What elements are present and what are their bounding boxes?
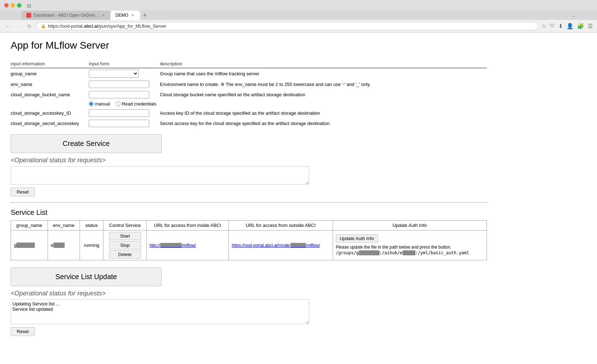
create-service-button[interactable]: Create Service — [11, 134, 162, 153]
minimize-button[interactable] — [11, 3, 15, 7]
tab-demo[interactable]: DEMO ✕ — [111, 11, 140, 20]
radio-manual-label[interactable]: manual — [89, 101, 110, 107]
create-status-textarea[interactable] — [11, 166, 309, 185]
forward-button[interactable]: → — [15, 22, 23, 30]
input-form-table: input information input form description… — [11, 60, 487, 129]
refresh-button[interactable]: ↻ — [26, 22, 33, 30]
address-bar: ← → ↻ 🔒 https://ood-portal.abci.ai/pun/s… — [0, 20, 597, 32]
traffic-lights — [4, 3, 21, 7]
input-bucket-name-cell — [89, 89, 160, 100]
star-icon[interactable]: ☆ — [541, 23, 546, 29]
auth-info-description: Please update the file in the path below… — [336, 245, 484, 250]
row-group-name: group_name Group name that uses the mlfl… — [11, 68, 487, 80]
update-reset-button[interactable]: Reset — [11, 327, 35, 336]
download-icon[interactable]: ⬇ — [558, 23, 563, 29]
svc-group-name-cell: gxxxxxxxx — [11, 230, 48, 260]
input-access-key-id-cell — [89, 108, 160, 118]
desc-secret-key: Secret access key for the cloud storage … — [160, 118, 487, 129]
label-bucket-name: cloud_storage_bucket_name — [11, 89, 89, 100]
table-row: gxxxxxxxx exxxxx running Start Stop — [11, 230, 487, 260]
page-content: App for MLflow Server input information … — [0, 33, 498, 354]
svc-control-buttons: Start Stop Delete — [106, 232, 143, 259]
update-auth-info-button[interactable]: Update Auth Info — [336, 234, 378, 243]
delete-button[interactable]: Delete — [109, 250, 141, 259]
row-bucket-name: cloud_storage_bucket_name Cloud storage … — [11, 89, 487, 100]
label-access-key-id: cloud_storage_accesskey_ID — [11, 108, 89, 118]
auth-info-path: /groups/gxxxxxxxx:/aihub/exxxxx:/yml/bas… — [336, 250, 484, 255]
create-status-label: <Operational status for requests> — [11, 157, 487, 164]
back-button[interactable]: ← — [4, 22, 12, 30]
tab-demo-label: DEMO — [115, 13, 128, 18]
th-svc-auth: Update Auth Info — [333, 221, 486, 230]
close-button[interactable] — [4, 3, 9, 7]
desc-access-key-id: Access key ID of the cloud storage speci… — [160, 108, 487, 118]
th-svc-control: Control Service — [103, 221, 146, 230]
shield-icon[interactable]: 🛡 — [550, 23, 555, 29]
tab-dashboard-close[interactable]: ✕ — [101, 13, 106, 18]
start-button[interactable]: Start — [109, 232, 141, 240]
new-tab-button[interactable]: + — [140, 12, 150, 19]
th-input-form: input form — [89, 60, 160, 68]
svc-env-name-cell: exxxxx — [48, 230, 80, 260]
group-name-select[interactable] — [89, 70, 139, 78]
url-bar[interactable]: 🔒 https://ood-portal.abci.ai/pun/sys/App… — [36, 22, 538, 30]
url-display: https://ood-portal.abci.ai/pun/sys/App_f… — [48, 23, 166, 29]
tab-demo-close[interactable]: ✕ — [130, 13, 135, 18]
row-storage-mode: manual Read credentials — [11, 100, 487, 108]
fullscreen-button[interactable] — [17, 3, 21, 7]
url-inside-link[interactable]: http://xxxxxxxxxx/mlflow/ — [150, 243, 196, 248]
tab-bar: Dashboard - ABCI Open OnDem... ✕ DEMO ✕ … — [0, 11, 597, 20]
radio-credentials[interactable] — [116, 102, 120, 106]
stop-button[interactable]: Stop — [109, 241, 141, 249]
update-status-label: <Operational status for requests> — [11, 290, 487, 297]
svc-url-outside-cell: https://ood-portal.abci.ai/rnode/xxxxxxx… — [229, 230, 333, 260]
secret-key-input[interactable] — [89, 120, 149, 127]
lock-icon: 🔒 — [41, 24, 46, 28]
tab-dashboard[interactable]: Dashboard - ABCI Open OnDem... ✕ — [21, 11, 111, 20]
page-title: App for MLflow Server — [11, 40, 487, 51]
desc-bucket-name: Cloud storage bucket name specified as t… — [160, 89, 487, 100]
th-svc-url-outside: URL for access from outside ABCI — [229, 221, 333, 230]
menu-icon[interactable]: ☰ — [588, 23, 593, 29]
label-group-name: group_name — [11, 68, 89, 80]
create-reset-button[interactable]: Reset — [11, 188, 35, 196]
desc-group-name: Group name that uses the mlflow tracking… — [160, 68, 487, 80]
th-svc-url-inside: URL for access from inside ABCI — [146, 221, 228, 230]
radio-credentials-label[interactable]: Read credentials — [116, 101, 157, 107]
sidebar-toggle[interactable]: ⊟ — [27, 3, 33, 8]
th-input-info: input information — [11, 60, 89, 68]
account-icon[interactable]: 👤 — [566, 23, 574, 29]
input-secret-key-cell — [89, 118, 160, 129]
th-svc-group-name: group_name — [11, 221, 48, 230]
radio-credentials-text: Read credentials — [122, 101, 157, 107]
input-group-name-cell — [89, 68, 160, 80]
service-list-title: Service List — [11, 208, 487, 217]
svc-env-name-visible: e — [51, 243, 53, 248]
th-description: description — [160, 60, 487, 68]
svc-group-name-masked: xxxxxxxx — [16, 243, 35, 248]
env-name-input[interactable] — [89, 81, 149, 88]
label-secret-key: cloud_storage_secret_accesskey — [11, 118, 89, 129]
input-storage-mode-cell: manual Read credentials — [89, 100, 487, 108]
input-env-name-cell — [89, 79, 160, 89]
bucket-name-input[interactable] — [89, 91, 149, 98]
svc-status-text: running — [84, 243, 99, 248]
url-outside-link[interactable]: https://ood-portal.abci.ai/rnode/xxxxxxx… — [232, 243, 320, 248]
toolbar-icons: ☆ 🛡 ⬇ 👤 🧩 ☰ — [541, 23, 593, 29]
svc-env-name-masked: xxxxx — [53, 243, 65, 248]
svc-control-cell: Start Stop Delete — [103, 230, 146, 260]
desc-env-name: Environment name to create. ※ The env_na… — [160, 79, 487, 89]
section-divider — [11, 202, 487, 203]
service-list-update-button[interactable]: Service List Update — [11, 267, 162, 286]
tab-dashboard-label: Dashboard - ABCI Open OnDem... — [33, 13, 99, 18]
radio-manual[interactable] — [89, 102, 93, 106]
access-key-id-input[interactable] — [89, 109, 149, 117]
extension-icon[interactable]: 🧩 — [577, 23, 584, 29]
svc-status-cell: running — [80, 230, 103, 260]
th-svc-status: status — [80, 221, 103, 230]
th-svc-env-name: env_name — [48, 221, 80, 230]
label-storage-mode — [11, 100, 89, 108]
label-env-name: env_name — [11, 79, 89, 89]
tab-overflow-button[interactable]: ⌄ — [571, 12, 576, 18]
update-status-textarea[interactable]: Updating Service list ... Service list u… — [11, 299, 309, 324]
